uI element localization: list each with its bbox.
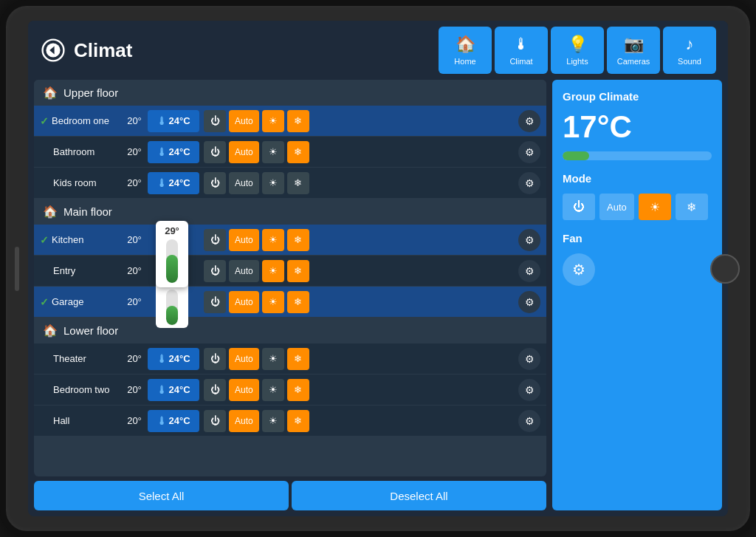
mode-btn-kids[interactable]: Auto — [229, 172, 259, 194]
home-icon: 🏠 — [456, 35, 475, 54]
mode-btn-theater[interactable]: Auto — [229, 348, 259, 370]
room-name-kitchen: ✓ Kitchen — [40, 234, 121, 246]
snow-btn-theater[interactable]: ❄ — [287, 348, 309, 370]
rooms-list: 🏠 Upper floor ✓ Bedroom one 20° 🌡 24°C — [34, 80, 546, 476]
fan-btn-hall[interactable]: ⚙ — [518, 410, 540, 432]
power-btn-bedroom-two[interactable]: ⏻ — [204, 379, 226, 401]
house-icon-upper: 🏠 — [43, 86, 58, 100]
left-panel: 🏠 Upper floor ✓ Bedroom one 20° 🌡 24°C — [34, 80, 546, 510]
fan-label: Fan — [563, 232, 712, 244]
sun-btn-kitchen[interactable]: ☀ — [262, 229, 284, 251]
header-left: Climat — [40, 37, 132, 64]
fan-btn-kitchen[interactable]: ⚙ — [518, 229, 540, 251]
sun-btn-bedroom-one[interactable]: ☀ — [262, 110, 284, 132]
select-all-button[interactable]: Select All — [34, 481, 289, 510]
setpoint-garage: 20° — [121, 296, 148, 307]
sun-btn-theater[interactable]: ☀ — [262, 348, 284, 370]
sun-mode-btn[interactable]: ☀ — [639, 194, 671, 220]
sun-btn-bathroom[interactable]: ☀ — [262, 141, 284, 163]
fan-btn-garage[interactable]: ⚙ — [518, 291, 540, 313]
snow-btn-bedroom-two[interactable]: ❄ — [287, 379, 309, 401]
mode-btn-bathroom[interactable]: Auto — [229, 141, 259, 163]
power-btn-entry[interactable]: ⏻ — [204, 260, 226, 282]
check-kitchen: ✓ — [40, 234, 49, 246]
power-btn-garage[interactable]: ⏻ — [204, 291, 226, 313]
snow-btn-kitchen[interactable]: ❄ — [287, 229, 309, 251]
room-bedroom-one[interactable]: ✓ Bedroom one 20° 🌡 24°C ⏻ Auto ☀ ❄ — [34, 106, 546, 137]
house-icon-main: 🏠 — [43, 205, 58, 219]
room-theater[interactable]: Theater 20° 🌡 24°C ⏻ Auto ☀ ❄ ⚙ — [34, 343, 546, 374]
tab-cameras-label: Cameras — [617, 57, 650, 66]
snow-btn-bathroom[interactable]: ❄ — [287, 141, 309, 163]
snow-btn-bedroom-one[interactable]: ❄ — [287, 110, 309, 132]
main-content: 🏠 Upper floor ✓ Bedroom one 20° 🌡 24°C — [28, 80, 728, 516]
power-btn-kids[interactable]: ⏻ — [204, 172, 226, 194]
tab-sound[interactable]: ♪ Sound — [663, 27, 716, 74]
controls-kitchen: ⏻ Auto ☀ ❄ — [204, 229, 515, 251]
power-btn-bedroom-one[interactable]: ⏻ — [204, 110, 226, 132]
floor-main-label: Main floor — [63, 205, 112, 218]
room-kids-room[interactable]: Kids room 20° 🌡 24°C ⏻ Auto ☀ ❄ ⚙ — [34, 168, 546, 199]
cameras-icon: 📷 — [624, 35, 644, 54]
power-mode-btn[interactable]: ⏻ — [563, 194, 595, 220]
sun-btn-entry[interactable]: ☀ — [262, 260, 284, 282]
room-name-bathroom: Bathroom — [40, 146, 121, 157]
room-entry[interactable]: Entry 20° ⏻ Auto ☀ — [34, 256, 546, 287]
sun-btn-garage[interactable]: ☀ — [262, 291, 284, 313]
sun-btn-kids[interactable]: ☀ — [262, 172, 284, 194]
mode-btn-hall[interactable]: Auto — [229, 410, 259, 432]
snow-btn-garage[interactable]: ❄ — [287, 291, 309, 313]
fan-right-btn[interactable]: ⚙ — [563, 253, 595, 286]
tab-home[interactable]: 🏠 Home — [439, 27, 492, 74]
sun-btn-bedroom-two[interactable]: ☀ — [262, 379, 284, 401]
snow-btn-entry[interactable]: ❄ — [287, 260, 309, 282]
tab-lights[interactable]: 💡 Lights — [551, 27, 604, 74]
tab-cameras[interactable]: 📷 Cameras — [607, 27, 660, 74]
snow-btn-kids[interactable]: ❄ — [287, 172, 309, 194]
temp-kids: 🌡 24°C — [148, 172, 199, 194]
snow-btn-hall[interactable]: ❄ — [287, 410, 309, 432]
power-btn-hall[interactable]: ⏻ — [204, 410, 226, 432]
check-garage: ✓ — [40, 296, 49, 308]
climat-icon: 🌡 — [513, 35, 529, 54]
mode-btn-garage[interactable]: Auto — [229, 291, 259, 313]
back-button[interactable] — [40, 37, 66, 64]
setpoint-bathroom: 20° — [121, 146, 148, 157]
power-btn-theater[interactable]: ⏻ — [204, 348, 226, 370]
mode-label: Mode — [563, 172, 712, 185]
snow-mode-btn[interactable]: ❄ — [676, 194, 708, 220]
floor-upper: 🏠 Upper floor — [34, 80, 546, 106]
tablet-frame: Climat 🏠 Home 🌡 Climat 💡 Lights 📷 Camer — [0, 0, 756, 537]
fan-btn-bedroom-one[interactable]: ⚙ — [518, 110, 540, 132]
power-btn-bathroom[interactable]: ⏻ — [204, 141, 226, 163]
mode-btn-kitchen[interactable]: Auto — [229, 229, 259, 251]
sun-btn-hall[interactable]: ☀ — [262, 410, 284, 432]
mode-btn-bedroom-one[interactable]: Auto — [229, 110, 259, 132]
fan-btn-theater[interactable]: ⚙ — [518, 348, 540, 370]
fan-btn-bathroom[interactable]: ⚙ — [518, 141, 540, 163]
controls-garage: ⏻ Auto ☀ ❄ — [204, 291, 515, 313]
fan-btn-bedroom-two[interactable]: ⚙ — [518, 379, 540, 401]
power-btn-kitchen[interactable]: ⏻ — [204, 229, 226, 251]
room-kitchen[interactable]: ✓ Kitchen 20° 29° ⏻ — [34, 225, 546, 256]
room-hall[interactable]: Hall 20° 🌡 24°C ⏻ Auto ☀ ❄ ⚙ — [34, 406, 546, 437]
controls-entry: ⏻ Auto ☀ ❄ — [204, 260, 515, 282]
room-bedroom-two[interactable]: Bedroom two 20° 🌡 24°C ⏻ Auto ☀ ❄ ⚙ — [34, 374, 546, 406]
controls-bathroom: ⏻ Auto ☀ ❄ — [204, 141, 515, 163]
room-bathroom[interactable]: Bathroom 20° 🌡 24°C ⏻ Auto ☀ ❄ ⚙ — [34, 137, 546, 168]
room-name-garage: ✓ Garage — [40, 296, 121, 308]
fan-btn-kids[interactable]: ⚙ — [518, 172, 540, 194]
setpoint-kitchen: 20° — [121, 234, 148, 245]
tab-sound-label: Sound — [678, 57, 701, 66]
mode-btn-bedroom-two[interactable]: Auto — [229, 379, 259, 401]
temp-bar — [563, 151, 712, 160]
floor-main: 🏠 Main floor — [34, 199, 546, 225]
fan-btn-entry[interactable]: ⚙ — [518, 260, 540, 282]
temp-bedroom-two: 🌡 24°C — [148, 379, 199, 401]
auto-mode-btn[interactable]: Auto — [599, 194, 634, 220]
deselect-all-button[interactable]: Deselect All — [292, 481, 546, 510]
mode-btn-entry[interactable]: Auto — [229, 260, 259, 282]
tab-climat[interactable]: 🌡 Climat — [495, 27, 548, 74]
room-garage[interactable]: ✓ Garage 20° ⏻ Auto — [34, 287, 546, 318]
controls-kids: ⏻ Auto ☀ ❄ — [204, 172, 515, 194]
